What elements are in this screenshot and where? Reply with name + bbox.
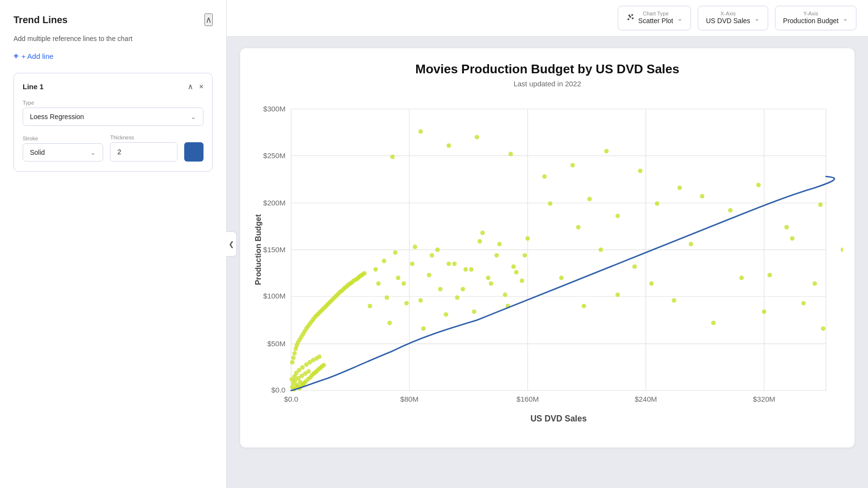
svg-point-161 xyxy=(739,276,744,280)
svg-point-121 xyxy=(435,247,440,252)
stroke-select[interactable]: Solid ⌄ xyxy=(23,143,103,162)
svg-point-183 xyxy=(570,163,575,167)
svg-point-170 xyxy=(548,202,552,206)
svg-point-115 xyxy=(385,296,389,300)
plus-icon: + xyxy=(14,51,19,61)
svg-point-126 xyxy=(477,239,482,244)
svg-point-160 xyxy=(711,321,716,325)
chart-card: Movies Production Budget by US DVD Sales… xyxy=(240,48,854,447)
y-axis-value: Production Budget xyxy=(783,16,839,25)
svg-point-127 xyxy=(486,276,490,280)
svg-text:$200M: $200M xyxy=(263,199,285,207)
chart-type-chevron-icon: ⌄ xyxy=(677,14,683,22)
svg-point-177 xyxy=(390,155,394,159)
svg-text:$250M: $250M xyxy=(263,151,285,160)
svg-point-57 xyxy=(290,385,294,389)
svg-text:$150M: $150M xyxy=(263,245,285,254)
svg-point-184 xyxy=(604,149,609,153)
svg-point-69 xyxy=(290,360,294,365)
svg-point-133 xyxy=(376,281,380,285)
line-1-actions: ∧ × xyxy=(188,82,203,91)
svg-point-51 xyxy=(322,363,326,367)
thickness-input[interactable] xyxy=(117,148,170,156)
svg-point-190 xyxy=(821,326,825,331)
svg-text:$0.0: $0.0 xyxy=(284,395,298,403)
svg-point-117 xyxy=(402,281,406,285)
svg-point-2 xyxy=(631,14,633,16)
svg-point-138 xyxy=(413,245,417,249)
svg-point-145 xyxy=(472,310,476,314)
svg-point-169 xyxy=(576,225,581,230)
svg-text:$160M: $160M xyxy=(516,395,539,403)
svg-point-168 xyxy=(587,197,592,201)
svg-text:US DVD Sales: US DVD Sales xyxy=(530,414,587,423)
svg-text:$100M: $100M xyxy=(263,292,285,300)
stroke-select-value: Solid xyxy=(30,149,45,156)
color-swatch-button[interactable] xyxy=(184,142,203,162)
svg-point-189 xyxy=(801,301,806,305)
svg-point-139 xyxy=(421,326,425,331)
svg-point-114 xyxy=(373,267,378,271)
svg-point-185 xyxy=(638,169,642,173)
bottom-spacer xyxy=(227,459,868,488)
add-line-button[interactable]: + + Add line xyxy=(14,51,54,61)
chart-type-value: Scatter Plot xyxy=(638,16,673,25)
line-1-close-button[interactable]: × xyxy=(199,82,203,91)
svg-point-173 xyxy=(728,208,732,213)
chart-type-label: Chart Type xyxy=(638,11,673,16)
thickness-input-wrapper xyxy=(110,142,177,162)
svg-text:$0.0: $0.0 xyxy=(271,386,286,394)
line-1-collapse-button[interactable]: ∧ xyxy=(188,82,193,91)
svg-point-143 xyxy=(455,296,460,300)
svg-text:$240M: $240M xyxy=(635,395,657,403)
chart-type-button[interactable]: Chart Type Scatter Plot ⌄ xyxy=(618,6,691,30)
x-axis-chevron-icon: ⌄ xyxy=(754,14,760,22)
svg-point-151 xyxy=(523,253,527,258)
svg-point-157 xyxy=(649,281,653,285)
svg-point-146 xyxy=(480,230,485,235)
svg-point-128 xyxy=(494,253,499,258)
svg-point-165 xyxy=(655,202,659,206)
stroke-wrapper: Stroke Solid ⌄ xyxy=(23,136,103,162)
svg-point-129 xyxy=(503,293,507,297)
type-select-value: Loess Regression xyxy=(30,113,84,121)
svg-point-124 xyxy=(461,287,465,291)
svg-point-156 xyxy=(632,264,637,269)
svg-point-130 xyxy=(511,264,515,269)
svg-point-118 xyxy=(410,262,414,266)
svg-point-147 xyxy=(489,281,493,285)
svg-point-132 xyxy=(368,304,372,308)
svg-point-178 xyxy=(419,129,423,134)
svg-text:$50M: $50M xyxy=(267,339,285,348)
svg-text:$320M: $320M xyxy=(753,395,775,403)
svg-point-154 xyxy=(598,247,603,252)
svg-point-158 xyxy=(672,298,676,302)
chart-area: $300M $250M $200M $150M $100M $50M $0.0 … xyxy=(252,97,843,436)
svg-point-181 xyxy=(508,152,513,156)
panel-collapse-handle[interactable]: ❮ xyxy=(226,231,237,257)
y-axis-button[interactable]: Y-Axis Production Budget ⌄ xyxy=(775,6,856,30)
x-axis-value: US DVD Sales xyxy=(706,16,750,25)
trend-lines-description: Add multiple reference lines to the char… xyxy=(14,35,213,42)
scatter-plot-icon xyxy=(626,13,635,24)
svg-point-70 xyxy=(291,356,296,360)
svg-point-116 xyxy=(393,250,397,255)
svg-text:Production Budget: Production Budget xyxy=(254,214,262,285)
type-select[interactable]: Loess Regression ⌄ xyxy=(23,108,203,126)
svg-point-180 xyxy=(475,135,479,139)
left-panel: Trend Lines ∧ Add multiple reference lin… xyxy=(0,0,227,488)
svg-point-136 xyxy=(396,276,400,280)
svg-point-166 xyxy=(678,186,682,190)
trend-lines-header: Trend Lines ∧ xyxy=(14,14,213,26)
svg-point-163 xyxy=(790,236,794,241)
svg-point-150 xyxy=(514,270,518,274)
svg-point-144 xyxy=(463,267,468,271)
collapse-trend-lines-button[interactable]: ∧ xyxy=(204,14,213,26)
svg-point-164 xyxy=(813,281,817,285)
svg-point-71 xyxy=(292,351,297,355)
svg-text:$300M: $300M xyxy=(263,105,285,113)
svg-point-148 xyxy=(497,242,502,246)
x-axis-button[interactable]: X-Axis US DVD Sales ⌄ xyxy=(698,6,768,30)
svg-point-134 xyxy=(382,259,386,263)
svg-point-113 xyxy=(362,271,366,275)
